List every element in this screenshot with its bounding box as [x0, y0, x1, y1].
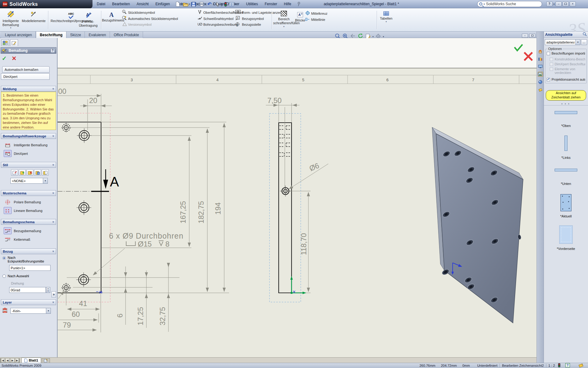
radio-nach-auswahl[interactable]: Nach Auswahl [2, 274, 56, 278]
checkbox-icon[interactable] [547, 78, 550, 81]
surface-finish-icon[interactable] [198, 10, 202, 15]
layer-combo[interactable]: -Kein- ▾ [10, 308, 51, 314]
blocks-button[interactable]: A Blöcke [295, 12, 306, 22]
section-stil[interactable]: Stil« [1, 162, 56, 168]
child-restore-button[interactable] [529, 34, 535, 38]
dim-167-25[interactable]: 167,25 [179, 201, 187, 223]
weld-symbol-icon[interactable] [198, 16, 202, 21]
pm-help-button[interactable]: ? [51, 48, 55, 53]
section-layer[interactable]: Layer« [1, 299, 56, 305]
collapse-icon[interactable]: « [52, 221, 55, 223]
tab-dimxpert[interactable]: DimXpert [1, 73, 50, 80]
balloon-label[interactable]: Stücklistensymbol [128, 11, 155, 14]
style-add-button[interactable] [19, 169, 26, 176]
dim-182-75[interactable]: 182,75 [197, 201, 205, 223]
dim-100[interactable]: 00 [58, 87, 66, 95]
dim-17-25[interactable]: 17,25 [136, 307, 145, 325]
auto-balloon-button[interactable] [122, 16, 127, 21]
restore-button[interactable] [563, 2, 569, 6]
menu-datei[interactable]: Datei [96, 0, 107, 8]
view-palette-icon[interactable] [538, 72, 543, 77]
rotation-input[interactable]: 0Grad ▲▼ [9, 287, 50, 293]
chevron-down-icon[interactable]: ▾ [575, 40, 580, 45]
item-dimxpert[interactable]: DimXpert [2, 150, 56, 157]
item-kettenmass[interactable]: Kettenmaß [2, 236, 56, 243]
options-caret[interactable]: ▾ [235, 1, 236, 8]
style-load-button[interactable] [42, 169, 49, 176]
select-cursor-icon[interactable] [214, 1, 221, 7]
section-bemassungsschema[interactable]: Bemaßungsschema« [1, 219, 56, 225]
model-items-button[interactable]: Modellelemente [21, 11, 46, 23]
save-icon[interactable] [190, 1, 197, 7]
tables-button[interactable]: Tabellen ▾ [379, 11, 393, 23]
section-meldung[interactable]: Meldung« [1, 86, 56, 92]
help-button[interactable]: ? [546, 2, 552, 6]
dim-7-50[interactable]: 7,50 [267, 96, 282, 105]
first-sheet-button[interactable]: ◀ [0, 358, 5, 363]
minimize-button[interactable]: – [556, 2, 562, 6]
style-delete-button[interactable] [26, 169, 33, 176]
hole-callout-label[interactable]: Bohrungsbeschreibung [203, 23, 238, 26]
item-intelligente-bemassung[interactable]: Intelligente Bemaßung [2, 141, 56, 149]
centerline-button[interactable] [305, 17, 310, 22]
collapse-icon[interactable]: « [52, 251, 55, 252]
document-dropdown[interactable]: adapterplattelienearschlitten_Spiegel ▾ [545, 39, 580, 45]
dim-194[interactable]: 194 [214, 202, 222, 215]
tab-evaluieren[interactable]: Evaluieren [85, 32, 110, 38]
dim-32-75[interactable]: 32,75 [158, 307, 167, 325]
dim-41[interactable]: 41 [79, 299, 87, 308]
note-button[interactable]: A Bezugshinweis [102, 11, 121, 22]
status-help-icon[interactable]: ? [565, 363, 570, 368]
item-bezugsbemassung[interactable]: Bezugsbemaßung [2, 227, 56, 235]
featuremanager-tab[interactable] [1, 39, 9, 46]
appearances-icon[interactable] [538, 79, 543, 84]
hole-callout-text[interactable]: 6 x Ø9 Durchbohren [109, 232, 183, 240]
graphics-area[interactable]: 3 4 5 6 7 A [58, 38, 537, 357]
dim-79[interactable]: 79 [63, 321, 71, 329]
tab-skizze[interactable]: Skizze [66, 32, 85, 38]
datum-target-icon[interactable] [235, 22, 240, 27]
options-icon[interactable] [228, 1, 235, 7]
rotation-spinner[interactable]: ▲▼ [46, 287, 50, 293]
propertymanager-tab[interactable] [10, 39, 18, 46]
center-mark-label[interactable]: Mittelkreuz [311, 12, 327, 15]
collapse-icon[interactable]: « [52, 88, 55, 90]
balloon-button[interactable]: 1 [122, 10, 126, 15]
tab-layout-anzeigen[interactable]: Layout anzeigen [1, 32, 36, 38]
smart-dimension-caret[interactable]: ▾ [1, 27, 20, 29]
status-rebuild-icon[interactable] [558, 363, 560, 368]
dim-118-70[interactable]: 118,70 [300, 233, 308, 255]
design-library-icon[interactable] [538, 56, 543, 61]
area-hatch-caret[interactable]: ▾ [273, 25, 295, 28]
section-musterschema[interactable]: Musterschema« [1, 190, 56, 196]
collapse-icon[interactable]: « [52, 164, 55, 166]
checkbox-auto-projection[interactable]: Projektionsansicht automatisch [547, 78, 585, 81]
weld-symbol-label[interactable]: Schweißnahtsymbol [203, 17, 233, 21]
datum-target-label[interactable]: Bezugsstelle [242, 23, 261, 26]
status-tag-icon[interactable] [579, 363, 584, 368]
thumb-oben[interactable] [555, 111, 577, 114]
tab-beschriftung[interactable]: Beschriftung [36, 31, 66, 38]
search-box[interactable]: ▾ SolidWorks Suche [477, 1, 542, 7]
view-settings-caret[interactable]: ▾ [383, 35, 384, 38]
panel-overflow-button[interactable]: » [51, 291, 56, 297]
thumb-links[interactable] [564, 136, 567, 151]
magnifier-plus-icon[interactable] [582, 32, 587, 37]
file-explorer-icon[interactable] [538, 64, 543, 69]
prev-sheet-button[interactable]: ◀ [5, 358, 10, 363]
collapse-icon[interactable]: « [52, 301, 55, 303]
child-minimize-button[interactable]: – [522, 34, 528, 38]
dim-6[interactable]: 6 [116, 313, 124, 317]
rotation-value[interactable]: 0Grad [9, 287, 46, 293]
sheet-caret[interactable]: ▾ [372, 35, 374, 38]
datum-symbol-label[interactable]: Bezugssymbol [242, 17, 264, 21]
undo-icon[interactable]: ↶ [206, 1, 213, 7]
gtol-icon[interactable] [235, 10, 241, 15]
checkbox-import-annotations[interactable]: Beschriftungen importieren [547, 52, 585, 55]
section-bezug[interactable]: Bezug« [1, 248, 56, 254]
resources-home-icon[interactable] [538, 49, 543, 54]
tab-automatisch-bemassen[interactable]: Automatisch bemaßen [2, 66, 50, 73]
chevron-down-icon[interactable]: ▾ [46, 308, 51, 313]
pm-ok-button[interactable]: ✓ [2, 55, 7, 62]
item-polare-bemassung[interactable]: Polare Bemaßung [2, 198, 56, 206]
